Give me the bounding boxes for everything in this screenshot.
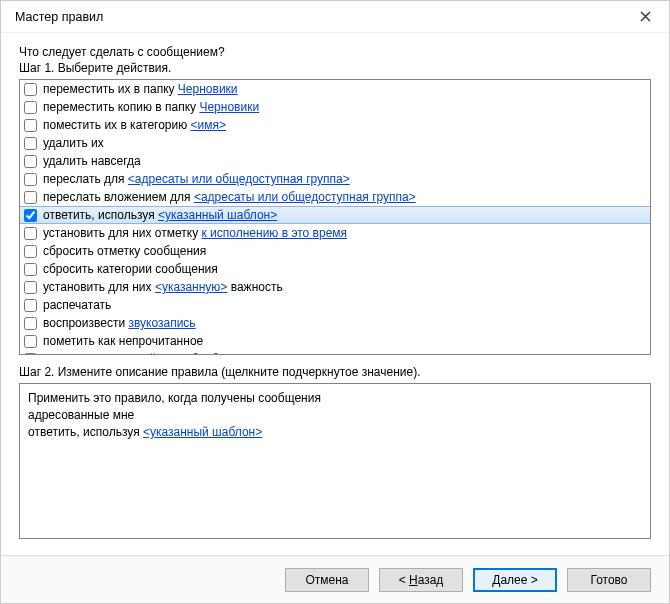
next-button[interactable]: Далее > [473, 568, 557, 592]
action-link[interactable]: <адресаты или общедоступная группа> [128, 172, 350, 186]
action-row[interactable]: распечатать [20, 296, 650, 314]
close-button[interactable] [625, 3, 665, 31]
action-link[interactable]: к исполнению в это время [202, 226, 348, 240]
action-label: удалить навсегда [43, 153, 141, 169]
action-label: воспроизвести звукозапись [43, 315, 196, 331]
description-link[interactable]: <указанный шаблон> [143, 425, 262, 439]
cancel-button[interactable]: Отмена [285, 568, 369, 592]
action-checkbox[interactable] [24, 209, 37, 222]
action-label: ответить, используя <указанный шаблон> [43, 207, 277, 223]
action-checkbox[interactable] [24, 317, 37, 330]
action-row[interactable]: удалить их [20, 134, 650, 152]
action-row[interactable]: сбросить категории сообщения [20, 260, 650, 278]
action-label: переместить их в папку Черновики [43, 81, 238, 97]
action-row[interactable]: установить для них <указанную> важность [20, 278, 650, 296]
action-checkbox[interactable] [24, 335, 37, 348]
action-checkbox[interactable] [24, 155, 37, 168]
action-row[interactable]: удалить навсегда [20, 152, 650, 170]
action-label: пометить как непрочитанное [43, 333, 203, 349]
action-label: переслать вложением для <адресаты или об… [43, 189, 416, 205]
action-checkbox[interactable] [24, 119, 37, 132]
titlebar: Мастер правил [1, 1, 669, 33]
action-label: переслать для <адресаты или общедоступна… [43, 171, 350, 187]
action-row[interactable]: переместить копию в папку Черновики [20, 98, 650, 116]
action-checkbox[interactable] [24, 137, 37, 150]
action-checkbox[interactable] [24, 353, 37, 356]
action-checkbox[interactable] [24, 227, 37, 240]
action-row[interactable]: поместить их в категорию <имя> [20, 116, 650, 134]
action-row[interactable]: ответить, используя <указанный шаблон> [20, 206, 650, 224]
rules-wizard-dialog: Мастер правил Что следует сделать с сооб… [0, 0, 670, 604]
step2-label: Шаг 2. Измените описание правила (щелкни… [19, 365, 651, 379]
action-checkbox[interactable] [24, 263, 37, 276]
action-link[interactable]: <имя> [191, 118, 226, 132]
action-row[interactable]: переместить их в папку Черновики [20, 80, 650, 98]
action-label: остановить дальнейшую обработку правил [43, 351, 284, 355]
action-label: сбросить отметку сообщения [43, 243, 206, 259]
action-link[interactable]: Черновики [178, 82, 238, 96]
question-text: Что следует сделать с сообщением? [19, 45, 651, 59]
step1-label: Шаг 1. Выберите действия. [19, 61, 651, 75]
action-checkbox[interactable] [24, 173, 37, 186]
description-box[interactable]: Применить это правило, когда получены со… [19, 383, 651, 539]
close-icon [640, 11, 651, 22]
action-label: сбросить категории сообщения [43, 261, 218, 277]
actions-listbox[interactable]: переместить их в папку Черновикиперемест… [19, 79, 651, 355]
action-label: удалить их [43, 135, 104, 151]
action-row[interactable]: остановить дальнейшую обработку правил [20, 350, 650, 355]
action-row[interactable]: воспроизвести звукозапись [20, 314, 650, 332]
action-link[interactable]: <указанный шаблон> [158, 208, 277, 222]
action-link[interactable]: <адресаты или общедоступная группа> [194, 190, 416, 204]
action-checkbox[interactable] [24, 101, 37, 114]
action-row[interactable]: переслать вложением для <адресаты или об… [20, 188, 650, 206]
action-row[interactable]: переслать для <адресаты или общедоступна… [20, 170, 650, 188]
action-label: поместить их в категорию <имя> [43, 117, 226, 133]
action-link[interactable]: Черновики [199, 100, 259, 114]
back-button[interactable]: < Назад [379, 568, 463, 592]
action-label: распечатать [43, 297, 111, 313]
description-line: Применить это правило, когда получены со… [28, 390, 642, 407]
window-title: Мастер правил [15, 10, 103, 24]
dialog-body: Что следует сделать с сообщением? Шаг 1.… [1, 33, 669, 555]
button-bar: Отмена < Назад Далее > Готово [1, 555, 669, 603]
action-checkbox[interactable] [24, 281, 37, 294]
finish-button[interactable]: Готово [567, 568, 651, 592]
action-label: переместить копию в папку Черновики [43, 99, 259, 115]
action-row[interactable]: пометить как непрочитанное [20, 332, 650, 350]
action-label: установить для них отметку к исполнению … [43, 225, 347, 241]
action-label: установить для них <указанную> важность [43, 279, 283, 295]
action-checkbox[interactable] [24, 299, 37, 312]
action-checkbox[interactable] [24, 245, 37, 258]
action-row[interactable]: сбросить отметку сообщения [20, 242, 650, 260]
action-checkbox[interactable] [24, 83, 37, 96]
action-checkbox[interactable] [24, 191, 37, 204]
description-line: адресованные мне [28, 407, 642, 424]
action-link[interactable]: <указанную> [155, 280, 228, 294]
action-link[interactable]: звукозапись [128, 316, 195, 330]
description-line: ответить, используя <указанный шаблон> [28, 424, 642, 441]
action-row[interactable]: установить для них отметку к исполнению … [20, 224, 650, 242]
